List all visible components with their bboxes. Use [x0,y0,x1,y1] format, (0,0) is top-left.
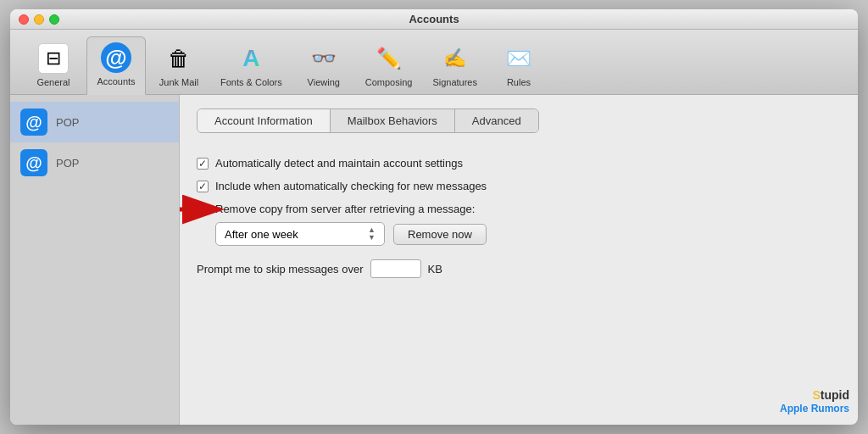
setting-include-check: ✓ Include when automatically checking fo… [197,180,841,192]
account-icon-2: @ [20,149,47,176]
signatures-icon: ✍ [440,43,470,74]
toolbar-item-rules[interactable]: ✉️ Rules [489,38,548,94]
traffic-lights [19,14,59,25]
sidebar-item-1[interactable]: @ POP [10,102,179,142]
toolbar-label-signatures: Signatures [432,77,477,87]
remove-now-button[interactable]: Remove now [393,224,487,245]
sidebar: @ POP @ POP [10,95,180,425]
settings-content: ✓ Automatically detect and maintain acco… [197,150,841,298]
tab-advanced[interactable]: Advanced [455,109,538,132]
main-content: @ POP @ POP [10,95,858,425]
prompt-row: Prompt me to skip messages over KB [197,259,841,278]
kb-input[interactable] [370,259,421,278]
toolbar-item-viewing[interactable]: 👓 Viewing [294,38,353,94]
toolbar-label-viewing: Viewing [308,77,340,87]
fonts-colors-icon: A [236,43,266,74]
toolbar-label-fonts-colors: Fonts & Colors [220,77,282,87]
toolbar-item-accounts[interactable]: @ Accounts [86,36,146,95]
toolbar-label-accounts: Accounts [97,76,135,86]
watermark: Stupid Apple Rumors [780,387,849,416]
rules-icon: ✉️ [504,43,534,74]
watermark-line1: Stupid [780,387,849,403]
kb-label: KB [428,263,442,275]
detail-panel: Account Information Mailbox Behaviors Ad… [180,95,858,425]
checkbox-include-check[interactable]: ✓ [197,181,209,192]
close-button[interactable] [19,14,29,25]
checkbox-auto-detect[interactable]: ✓ [197,158,209,170]
maximize-button[interactable] [49,14,59,25]
toolbar-item-general[interactable]: ⊟ General [24,38,83,94]
watermark-s: S [812,388,820,402]
viewing-icon: 👓 [309,43,339,74]
composing-icon: ✏️ [374,43,404,74]
tab-account-info[interactable]: Account Information [198,109,331,132]
minimize-button[interactable] [34,14,44,25]
toolbar-item-fonts-colors[interactable]: A Fonts & Colors [212,38,291,94]
account-type-2: POP [56,157,79,170]
setting-remove-copy: ✓ Remove copy from server after retrievi… [197,203,841,215]
account-type-1: POP [56,116,79,129]
general-icon: ⊟ [38,43,69,74]
tab-mailbox-behaviors[interactable]: Mailbox Behaviors [331,109,455,132]
setting-auto-detect: ✓ Automatically detect and maintain acco… [197,157,841,170]
toolbar-item-junkmail[interactable]: 🗑 Junk Mail [149,38,209,94]
toolbar: ⊟ General @ Accounts 🗑 Junk Mail A Fonts… [10,30,858,95]
toolbar-label-rules: Rules [507,77,531,87]
timing-dropdown[interactable]: After one week ▲▼ [215,222,385,246]
accounts-icon: @ [101,42,131,73]
watermark-line2: Apple Rumors [780,403,849,416]
window-title: Accounts [409,13,459,25]
titlebar: Accounts [10,9,858,30]
label-remove-copy: Remove copy from server after retrieving… [215,203,475,215]
tab-bar: Account Information Mailbox Behaviors Ad… [197,108,539,133]
junkmail-icon: 🗑 [164,43,194,74]
toolbar-label-junkmail: Junk Mail [159,77,198,87]
toolbar-label-composing: Composing [365,77,413,87]
main-window: Accounts ⊟ General @ Accounts 🗑 Junk Mai… [10,9,858,425]
label-include-check: Include when automatically checking for … [215,180,487,192]
prompt-label: Prompt me to skip messages over [197,263,364,275]
sidebar-item-2[interactable]: @ POP [10,142,179,183]
account-icon-1: @ [20,108,47,136]
toolbar-item-composing[interactable]: ✏️ Composing [357,38,421,94]
label-auto-detect: Automatically detect and maintain accoun… [215,157,463,170]
server-row: After one week ▲▼ Remove now [215,222,841,246]
dropdown-arrows-icon: ▲▼ [368,226,376,242]
toolbar-item-signatures[interactable]: ✍ Signatures [424,38,486,94]
checkbox-remove-copy[interactable]: ✓ [197,203,209,215]
toolbar-label-general: General [36,77,70,87]
